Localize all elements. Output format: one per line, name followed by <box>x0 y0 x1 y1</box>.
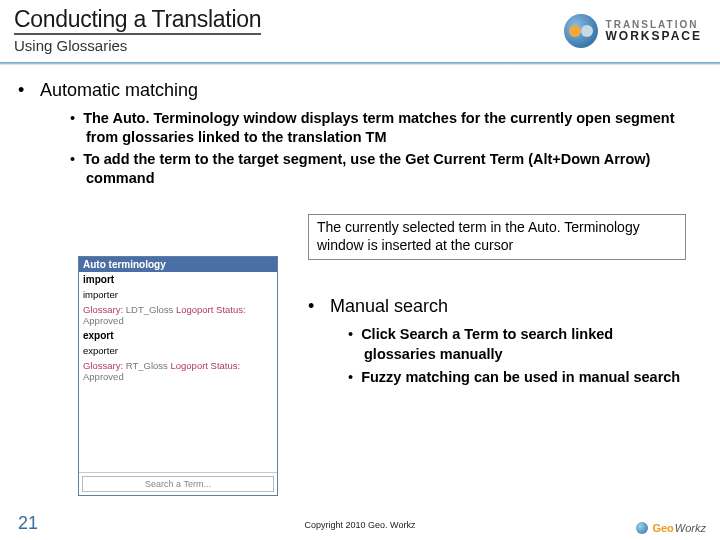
bullet-l2-auto-0: • The Auto. Terminology window displays … <box>70 109 702 147</box>
callout-box: The currently selected term in the Auto.… <box>308 214 686 260</box>
autoterminology-panel: Auto terminology import importer Glossar… <box>78 256 278 496</box>
bullet-l1-manual-text: Manual search <box>330 296 448 316</box>
copyright-text: Copyright 2010 Geo. Workz <box>0 520 720 530</box>
bullet-l2-manual-0: • Click Search a Term to search linked g… <box>348 325 688 364</box>
term-meta-0: Glossary: LDT_Gloss Logoport Status: App… <box>79 302 277 328</box>
geoworkz-icon <box>636 522 648 534</box>
slide-header: Conducting a Translation Using Glossarie… <box>0 0 720 68</box>
search-term-input[interactable]: Search a Term... <box>82 476 274 492</box>
slide-footer: 21 Copyright 2010 Geo. Workz GeoWorkz <box>0 506 720 540</box>
slide-title: Conducting a Translation <box>14 6 261 35</box>
term-target-1[interactable]: exporter <box>79 343 277 358</box>
term-source-0[interactable]: import <box>79 272 277 287</box>
header-divider <box>0 62 720 65</box>
term-target-0[interactable]: importer <box>79 287 277 302</box>
geoworkz-logo: GeoWorkz <box>636 522 706 534</box>
bullet-l2-auto-1: • To add the term to the target segment,… <box>70 150 702 188</box>
brand-icon <box>564 14 598 48</box>
bullet-l1-auto-text: Automatic matching <box>40 80 198 100</box>
callout-text: The currently selected term in the Auto.… <box>317 219 640 253</box>
bullet-l1-manual: •Manual search <box>308 296 688 317</box>
term-source-1[interactable]: export <box>79 328 277 343</box>
bullet-l2-manual-1: • Fuzzy matching can be used in manual s… <box>348 368 688 388</box>
search-term-row: Search a Term... <box>79 472 277 495</box>
bullet-l1-auto: •Automatic matching <box>18 80 702 101</box>
term-meta-1: Glossary: RT_Gloss Logoport Status: Appr… <box>79 358 277 384</box>
brand-text-bottom: WORKSPACE <box>606 30 702 42</box>
brand-logo: TRANSLATION WORKSPACE <box>564 14 702 48</box>
autoterminology-titlebar: Auto terminology <box>79 257 277 272</box>
